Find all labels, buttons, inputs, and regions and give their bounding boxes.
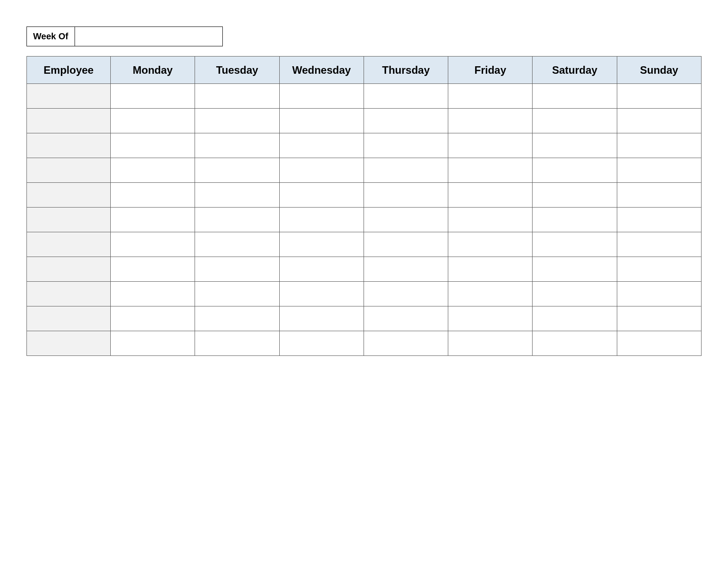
schedule-cell[interactable]: [195, 183, 279, 208]
schedule-cell[interactable]: [364, 109, 448, 133]
schedule-cell[interactable]: [617, 183, 701, 208]
table-row: [27, 183, 702, 208]
employee-cell[interactable]: [27, 109, 111, 133]
employee-cell[interactable]: [27, 183, 111, 208]
schedule-cell[interactable]: [279, 158, 364, 183]
schedule-cell[interactable]: [364, 133, 448, 158]
schedule-cell[interactable]: [364, 183, 448, 208]
schedule-cell[interactable]: [364, 232, 448, 257]
employee-cell[interactable]: [27, 257, 111, 282]
schedule-cell[interactable]: [448, 257, 533, 282]
schedule-cell[interactable]: [364, 84, 448, 109]
schedule-cell[interactable]: [448, 109, 533, 133]
schedule-cell[interactable]: [195, 282, 279, 306]
schedule-cell[interactable]: [364, 282, 448, 306]
schedule-cell[interactable]: [533, 109, 617, 133]
schedule-cell[interactable]: [195, 208, 279, 232]
schedule-cell[interactable]: [533, 232, 617, 257]
schedule-cell[interactable]: [111, 133, 195, 158]
schedule-cell[interactable]: [279, 133, 364, 158]
schedule-cell[interactable]: [533, 158, 617, 183]
schedule-cell[interactable]: [617, 133, 701, 158]
schedule-cell[interactable]: [533, 282, 617, 306]
schedule-cell[interactable]: [195, 109, 279, 133]
col-header-saturday: Saturday: [533, 57, 617, 84]
schedule-cell[interactable]: [111, 84, 195, 109]
schedule-cell[interactable]: [617, 232, 701, 257]
schedule-cell[interactable]: [448, 158, 533, 183]
schedule-cell[interactable]: [279, 257, 364, 282]
employee-cell[interactable]: [27, 306, 111, 331]
schedule-cell[interactable]: [111, 282, 195, 306]
employee-cell[interactable]: [27, 133, 111, 158]
employee-cell[interactable]: [27, 331, 111, 356]
schedule-cell[interactable]: [617, 306, 701, 331]
schedule-cell[interactable]: [448, 306, 533, 331]
schedule-cell[interactable]: [533, 257, 617, 282]
employee-cell[interactable]: [27, 158, 111, 183]
schedule-cell[interactable]: [448, 282, 533, 306]
col-header-monday: Monday: [111, 57, 195, 84]
table-row: [27, 232, 702, 257]
schedule-cell[interactable]: [279, 183, 364, 208]
schedule-cell[interactable]: [279, 208, 364, 232]
schedule-cell[interactable]: [364, 208, 448, 232]
schedule-cell[interactable]: [533, 208, 617, 232]
schedule-cell[interactable]: [617, 257, 701, 282]
schedule-cell[interactable]: [111, 331, 195, 356]
schedule-cell[interactable]: [533, 183, 617, 208]
schedule-cell[interactable]: [617, 282, 701, 306]
employee-cell[interactable]: [27, 232, 111, 257]
col-header-sunday: Sunday: [617, 57, 701, 84]
schedule-cell[interactable]: [617, 208, 701, 232]
schedule-cell[interactable]: [448, 331, 533, 356]
week-of-section: Week Of: [26, 26, 702, 46]
schedule-cell[interactable]: [533, 331, 617, 356]
employee-cell[interactable]: [27, 208, 111, 232]
schedule-cell[interactable]: [448, 208, 533, 232]
schedule-cell[interactable]: [279, 232, 364, 257]
schedule-cell[interactable]: [617, 84, 701, 109]
schedule-cell[interactable]: [279, 331, 364, 356]
schedule-cell[interactable]: [279, 109, 364, 133]
schedule-cell[interactable]: [617, 331, 701, 356]
schedule-cell[interactable]: [279, 306, 364, 331]
schedule-cell[interactable]: [111, 158, 195, 183]
schedule-cell[interactable]: [364, 257, 448, 282]
schedule-cell[interactable]: [364, 306, 448, 331]
schedule-cell[interactable]: [279, 282, 364, 306]
schedule-cell[interactable]: [279, 84, 364, 109]
schedule-cell[interactable]: [111, 183, 195, 208]
schedule-cell[interactable]: [533, 306, 617, 331]
schedule-cell[interactable]: [364, 158, 448, 183]
schedule-cell[interactable]: [195, 232, 279, 257]
schedule-cell[interactable]: [111, 257, 195, 282]
schedule-body: [27, 84, 702, 356]
employee-cell[interactable]: [27, 84, 111, 109]
schedule-cell[interactable]: [617, 109, 701, 133]
schedule-cell[interactable]: [111, 232, 195, 257]
schedule-cell[interactable]: [195, 257, 279, 282]
schedule-cell[interactable]: [195, 84, 279, 109]
schedule-cell[interactable]: [448, 84, 533, 109]
schedule-cell[interactable]: [195, 306, 279, 331]
schedule-cell[interactable]: [195, 133, 279, 158]
schedule-cell[interactable]: [533, 133, 617, 158]
schedule-cell[interactable]: [111, 306, 195, 331]
employee-cell[interactable]: [27, 282, 111, 306]
schedule-cell[interactable]: [617, 158, 701, 183]
col-header-wednesday: Wednesday: [279, 57, 364, 84]
schedule-cell[interactable]: [111, 109, 195, 133]
schedule-cell[interactable]: [448, 183, 533, 208]
schedule-cell[interactable]: [448, 232, 533, 257]
table-row: [27, 109, 702, 133]
schedule-cell[interactable]: [195, 331, 279, 356]
header-row: Employee Monday Tuesday Wednesday Thursd…: [27, 57, 702, 84]
schedule-cell[interactable]: [448, 133, 533, 158]
schedule-cell[interactable]: [364, 331, 448, 356]
week-of-field[interactable]: [75, 26, 223, 46]
schedule-cell[interactable]: [111, 208, 195, 232]
table-row: [27, 282, 702, 306]
schedule-cell[interactable]: [533, 84, 617, 109]
schedule-cell[interactable]: [195, 158, 279, 183]
